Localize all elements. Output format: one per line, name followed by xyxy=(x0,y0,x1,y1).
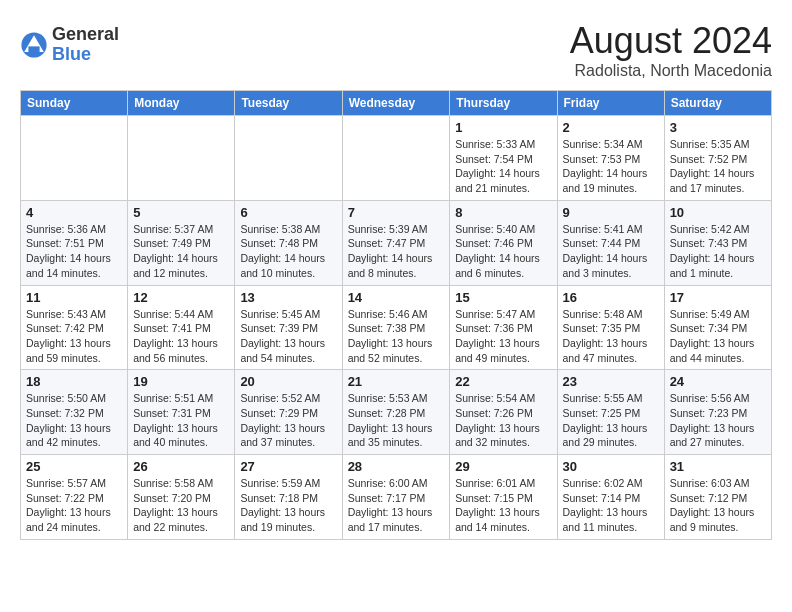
day-detail: Sunrise: 5:58 AMSunset: 7:20 PMDaylight:… xyxy=(133,476,229,535)
day-detail: Sunrise: 5:38 AMSunset: 7:48 PMDaylight:… xyxy=(240,222,336,281)
cell-week2-day2: 6Sunrise: 5:38 AMSunset: 7:48 PMDaylight… xyxy=(235,200,342,285)
header-row: Sunday Monday Tuesday Wednesday Thursday… xyxy=(21,91,772,116)
day-number: 23 xyxy=(563,374,659,389)
header-friday: Friday xyxy=(557,91,664,116)
day-detail: Sunrise: 5:40 AMSunset: 7:46 PMDaylight:… xyxy=(455,222,551,281)
cell-week4-day1: 19Sunrise: 5:51 AMSunset: 7:31 PMDayligh… xyxy=(128,370,235,455)
week-row-4: 18Sunrise: 5:50 AMSunset: 7:32 PMDayligh… xyxy=(21,370,772,455)
cell-week5-day0: 25Sunrise: 5:57 AMSunset: 7:22 PMDayligh… xyxy=(21,455,128,540)
cell-week3-day2: 13Sunrise: 5:45 AMSunset: 7:39 PMDayligh… xyxy=(235,285,342,370)
cell-week5-day6: 31Sunrise: 6:03 AMSunset: 7:12 PMDayligh… xyxy=(664,455,771,540)
day-number: 24 xyxy=(670,374,766,389)
day-number: 1 xyxy=(455,120,551,135)
cell-week2-day1: 5Sunrise: 5:37 AMSunset: 7:49 PMDaylight… xyxy=(128,200,235,285)
cell-week5-day2: 27Sunrise: 5:59 AMSunset: 7:18 PMDayligh… xyxy=(235,455,342,540)
day-number: 21 xyxy=(348,374,445,389)
day-detail: Sunrise: 5:33 AMSunset: 7:54 PMDaylight:… xyxy=(455,137,551,196)
day-number: 19 xyxy=(133,374,229,389)
cell-week1-day3 xyxy=(342,116,450,201)
day-number: 6 xyxy=(240,205,336,220)
logo-text: General Blue xyxy=(52,25,119,65)
cell-week1-day6: 3Sunrise: 5:35 AMSunset: 7:52 PMDaylight… xyxy=(664,116,771,201)
day-detail: Sunrise: 5:48 AMSunset: 7:35 PMDaylight:… xyxy=(563,307,659,366)
cell-week4-day2: 20Sunrise: 5:52 AMSunset: 7:29 PMDayligh… xyxy=(235,370,342,455)
week-row-1: 1Sunrise: 5:33 AMSunset: 7:54 PMDaylight… xyxy=(21,116,772,201)
day-number: 9 xyxy=(563,205,659,220)
day-detail: Sunrise: 5:35 AMSunset: 7:52 PMDaylight:… xyxy=(670,137,766,196)
day-number: 8 xyxy=(455,205,551,220)
day-detail: Sunrise: 5:50 AMSunset: 7:32 PMDaylight:… xyxy=(26,391,122,450)
day-detail: Sunrise: 5:49 AMSunset: 7:34 PMDaylight:… xyxy=(670,307,766,366)
cell-week5-day1: 26Sunrise: 5:58 AMSunset: 7:20 PMDayligh… xyxy=(128,455,235,540)
header-monday: Monday xyxy=(128,91,235,116)
day-number: 5 xyxy=(133,205,229,220)
logo: General Blue xyxy=(20,25,119,65)
day-detail: Sunrise: 5:54 AMSunset: 7:26 PMDaylight:… xyxy=(455,391,551,450)
day-number: 25 xyxy=(26,459,122,474)
day-detail: Sunrise: 5:41 AMSunset: 7:44 PMDaylight:… xyxy=(563,222,659,281)
month-year-title: August 2024 xyxy=(570,20,772,62)
day-detail: Sunrise: 5:34 AMSunset: 7:53 PMDaylight:… xyxy=(563,137,659,196)
logo-blue-text: Blue xyxy=(52,45,119,65)
day-detail: Sunrise: 5:56 AMSunset: 7:23 PMDaylight:… xyxy=(670,391,766,450)
day-detail: Sunrise: 5:46 AMSunset: 7:38 PMDaylight:… xyxy=(348,307,445,366)
week-row-3: 11Sunrise: 5:43 AMSunset: 7:42 PMDayligh… xyxy=(21,285,772,370)
cell-week2-day3: 7Sunrise: 5:39 AMSunset: 7:47 PMDaylight… xyxy=(342,200,450,285)
day-number: 4 xyxy=(26,205,122,220)
day-detail: Sunrise: 5:37 AMSunset: 7:49 PMDaylight:… xyxy=(133,222,229,281)
cell-week3-day0: 11Sunrise: 5:43 AMSunset: 7:42 PMDayligh… xyxy=(21,285,128,370)
day-number: 31 xyxy=(670,459,766,474)
day-number: 15 xyxy=(455,290,551,305)
cell-week4-day6: 24Sunrise: 5:56 AMSunset: 7:23 PMDayligh… xyxy=(664,370,771,455)
header-thursday: Thursday xyxy=(450,91,557,116)
cell-week3-day5: 16Sunrise: 5:48 AMSunset: 7:35 PMDayligh… xyxy=(557,285,664,370)
cell-week3-day3: 14Sunrise: 5:46 AMSunset: 7:38 PMDayligh… xyxy=(342,285,450,370)
day-detail: Sunrise: 6:03 AMSunset: 7:12 PMDaylight:… xyxy=(670,476,766,535)
day-number: 13 xyxy=(240,290,336,305)
day-number: 7 xyxy=(348,205,445,220)
cell-week1-day4: 1Sunrise: 5:33 AMSunset: 7:54 PMDaylight… xyxy=(450,116,557,201)
day-number: 2 xyxy=(563,120,659,135)
day-number: 27 xyxy=(240,459,336,474)
cell-week1-day2 xyxy=(235,116,342,201)
day-number: 30 xyxy=(563,459,659,474)
cell-week2-day4: 8Sunrise: 5:40 AMSunset: 7:46 PMDaylight… xyxy=(450,200,557,285)
day-detail: Sunrise: 5:36 AMSunset: 7:51 PMDaylight:… xyxy=(26,222,122,281)
day-detail: Sunrise: 5:42 AMSunset: 7:43 PMDaylight:… xyxy=(670,222,766,281)
day-number: 12 xyxy=(133,290,229,305)
cell-week3-day6: 17Sunrise: 5:49 AMSunset: 7:34 PMDayligh… xyxy=(664,285,771,370)
location-subtitle: Radolista, North Macedonia xyxy=(570,62,772,80)
header-saturday: Saturday xyxy=(664,91,771,116)
day-number: 10 xyxy=(670,205,766,220)
calendar-table: Sunday Monday Tuesday Wednesday Thursday… xyxy=(20,90,772,540)
day-number: 20 xyxy=(240,374,336,389)
cell-week4-day4: 22Sunrise: 5:54 AMSunset: 7:26 PMDayligh… xyxy=(450,370,557,455)
cell-week4-day5: 23Sunrise: 5:55 AMSunset: 7:25 PMDayligh… xyxy=(557,370,664,455)
day-detail: Sunrise: 5:39 AMSunset: 7:47 PMDaylight:… xyxy=(348,222,445,281)
page-header: General Blue August 2024 Radolista, Nort… xyxy=(20,20,772,80)
day-detail: Sunrise: 5:47 AMSunset: 7:36 PMDaylight:… xyxy=(455,307,551,366)
cell-week3-day1: 12Sunrise: 5:44 AMSunset: 7:41 PMDayligh… xyxy=(128,285,235,370)
day-detail: Sunrise: 5:59 AMSunset: 7:18 PMDaylight:… xyxy=(240,476,336,535)
header-tuesday: Tuesday xyxy=(235,91,342,116)
cell-week4-day0: 18Sunrise: 5:50 AMSunset: 7:32 PMDayligh… xyxy=(21,370,128,455)
day-number: 22 xyxy=(455,374,551,389)
day-number: 14 xyxy=(348,290,445,305)
svg-rect-2 xyxy=(28,46,39,52)
cell-week2-day0: 4Sunrise: 5:36 AMSunset: 7:51 PMDaylight… xyxy=(21,200,128,285)
cell-week1-day1 xyxy=(128,116,235,201)
calendar-body: 1Sunrise: 5:33 AMSunset: 7:54 PMDaylight… xyxy=(21,116,772,540)
cell-week5-day4: 29Sunrise: 6:01 AMSunset: 7:15 PMDayligh… xyxy=(450,455,557,540)
day-detail: Sunrise: 6:01 AMSunset: 7:15 PMDaylight:… xyxy=(455,476,551,535)
day-number: 11 xyxy=(26,290,122,305)
day-detail: Sunrise: 6:00 AMSunset: 7:17 PMDaylight:… xyxy=(348,476,445,535)
cell-week2-day5: 9Sunrise: 5:41 AMSunset: 7:44 PMDaylight… xyxy=(557,200,664,285)
cell-week2-day6: 10Sunrise: 5:42 AMSunset: 7:43 PMDayligh… xyxy=(664,200,771,285)
day-number: 29 xyxy=(455,459,551,474)
day-number: 16 xyxy=(563,290,659,305)
header-sunday: Sunday xyxy=(21,91,128,116)
day-number: 17 xyxy=(670,290,766,305)
week-row-5: 25Sunrise: 5:57 AMSunset: 7:22 PMDayligh… xyxy=(21,455,772,540)
cell-week3-day4: 15Sunrise: 5:47 AMSunset: 7:36 PMDayligh… xyxy=(450,285,557,370)
day-detail: Sunrise: 5:55 AMSunset: 7:25 PMDaylight:… xyxy=(563,391,659,450)
